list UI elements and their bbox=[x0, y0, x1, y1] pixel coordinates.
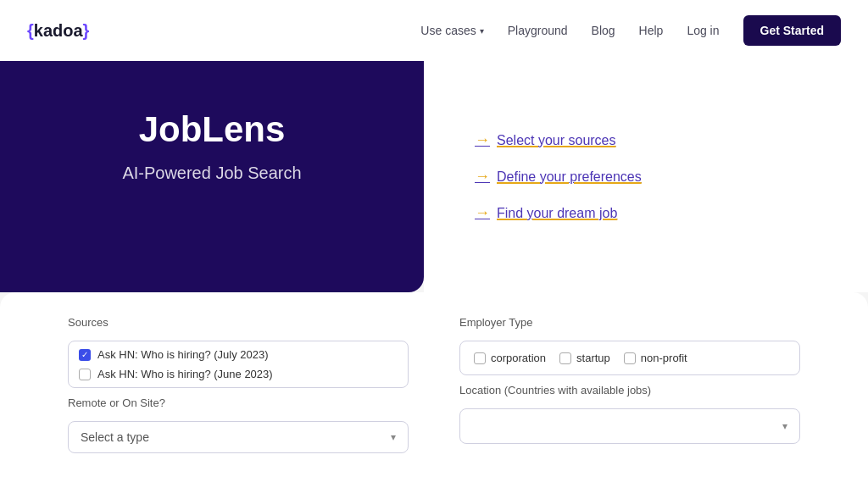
step-3-label: Find your dream job bbox=[497, 206, 617, 221]
checkbox-unchecked-icon[interactable] bbox=[79, 369, 91, 380]
employer-corporation[interactable]: corporation bbox=[474, 352, 546, 364]
nav-help[interactable]: Help bbox=[639, 24, 664, 37]
remote-select[interactable]: Select a type ▾ bbox=[68, 421, 409, 453]
step-3-arrow: → bbox=[475, 204, 490, 222]
employer-startup[interactable]: startup bbox=[559, 352, 610, 364]
logo: { kadoa } bbox=[27, 21, 89, 41]
logo-bracket-left: { bbox=[27, 21, 34, 41]
product-subtitle: AI-Powered Job Search bbox=[122, 164, 301, 183]
employer-type-label: Employer Type bbox=[459, 316, 800, 329]
header: { kadoa } Use cases ▾ Playground Blog He… bbox=[0, 0, 868, 61]
step-1-arrow: → bbox=[475, 131, 490, 149]
sources-label: Sources bbox=[68, 316, 409, 329]
get-started-button[interactable]: Get Started bbox=[743, 15, 841, 46]
nonprofit-checkbox-icon[interactable] bbox=[624, 352, 636, 364]
logo-bracket-right: } bbox=[83, 21, 90, 41]
corp-checkbox-icon[interactable] bbox=[474, 352, 486, 364]
employer-nonprofit[interactable]: non-profit bbox=[624, 352, 687, 364]
step-2-arrow: → bbox=[475, 168, 490, 186]
sources-column: Sources Ask HN: Who is hiring? (July 202… bbox=[68, 316, 409, 464]
step-2-label: Define your preferences bbox=[497, 169, 642, 185]
step-2-link[interactable]: → Define your preferences bbox=[475, 168, 817, 186]
steps-panel: → Select your sources → Define your pref… bbox=[424, 61, 868, 292]
remote-select-chevron-icon: ▾ bbox=[391, 431, 396, 443]
use-cases-chevron-icon: ▾ bbox=[480, 26, 484, 36]
step-3-link[interactable]: → Find your dream job bbox=[475, 204, 817, 222]
checkbox-checked-icon[interactable] bbox=[79, 349, 91, 361]
location-select[interactable]: ▾ bbox=[459, 408, 800, 444]
location-label: Location (Countries with available jobs) bbox=[459, 384, 800, 396]
sources-box: Ask HN: Who is hiring? (July 2023) Ask H… bbox=[68, 341, 409, 388]
nav-use-cases[interactable]: Use cases ▾ bbox=[420, 24, 483, 37]
employer-column: Employer Type corporation startup non-pr… bbox=[459, 316, 800, 464]
startup-checkbox-icon[interactable] bbox=[559, 352, 571, 364]
nav-playground[interactable]: Playground bbox=[508, 24, 568, 37]
step-1-label: Select your sources bbox=[497, 133, 616, 148]
remote-label: Remote or On Site? bbox=[68, 396, 409, 409]
step-1-link[interactable]: → Select your sources bbox=[475, 131, 817, 149]
remote-select-value: Select a type bbox=[81, 430, 149, 444]
product-title: JobLens bbox=[139, 109, 286, 150]
nav: Use cases ▾ Playground Blog Help Log in … bbox=[420, 15, 841, 46]
nav-blog[interactable]: Blog bbox=[592, 24, 615, 37]
form-area: Sources Ask HN: Who is hiring? (July 202… bbox=[0, 292, 868, 488]
source-item-1[interactable]: Ask HN: Who is hiring? (June 2023) bbox=[79, 368, 398, 380]
nav-login[interactable]: Log in bbox=[687, 24, 719, 37]
source-item-0[interactable]: Ask HN: Who is hiring? (July 2023) bbox=[79, 348, 398, 361]
employer-type-box: corporation startup non-profit bbox=[459, 341, 800, 375]
logo-text: kadoa bbox=[34, 21, 83, 41]
location-select-chevron-icon: ▾ bbox=[782, 420, 787, 432]
